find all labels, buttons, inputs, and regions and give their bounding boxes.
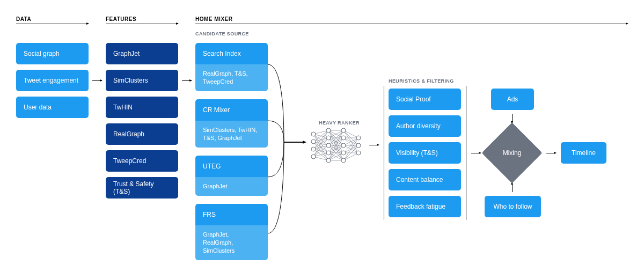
label: RealGraph xyxy=(113,130,144,138)
sub-header-heuristics: HEURISTICS & FILTERING xyxy=(389,78,454,84)
heuristic-content-balance: Content balance xyxy=(389,169,461,190)
svg-point-64 xyxy=(311,155,316,159)
label: Timeline xyxy=(572,149,596,157)
label: CR Mixer xyxy=(203,106,230,114)
feature-box-tns: Trust & Safety (T&S) xyxy=(106,177,178,199)
feature-box-graphjet: GraphJet xyxy=(106,43,178,64)
arrow-ads-to-mixing xyxy=(512,114,513,123)
arrow-mixing-to-timeline xyxy=(546,153,556,153)
svg-point-75 xyxy=(356,136,361,140)
candidate-frs: FRS xyxy=(195,204,268,225)
label: TwHIN xyxy=(113,104,133,111)
svg-point-68 xyxy=(326,151,331,155)
arrow-wtf-to-mixing xyxy=(512,182,513,192)
header-arrow-home-mixer xyxy=(195,24,628,24)
data-box-social-graph: Social graph xyxy=(16,43,89,64)
svg-point-77 xyxy=(356,151,361,155)
label: Author diversity xyxy=(396,122,441,130)
label: Mixing xyxy=(491,131,533,174)
feature-box-tweepcred: TweepCred xyxy=(106,150,178,172)
heuristics-bracket-left xyxy=(384,86,384,220)
svg-point-69 xyxy=(326,158,331,163)
svg-line-60 xyxy=(343,153,358,160)
mixing-input-ads: Ads xyxy=(491,89,534,110)
heuristic-author-diversity: Author diversity xyxy=(389,115,461,137)
svg-point-74 xyxy=(341,158,346,163)
svg-point-65 xyxy=(326,128,331,133)
section-header-data: DATA xyxy=(16,16,31,22)
feature-box-simclusters: SimClusters xyxy=(106,70,178,91)
heuristic-visibility: Visibility (T&S) xyxy=(389,142,461,164)
svg-point-61 xyxy=(311,132,316,136)
feature-box-twhin: TwHIN xyxy=(106,97,178,118)
arrow-features-to-candidates xyxy=(182,80,192,81)
label: Tweet engagement xyxy=(24,77,78,84)
output-timeline: Timeline xyxy=(561,142,606,164)
arrow-ranker-to-heuristics xyxy=(369,145,379,145)
label: TweepCred xyxy=(113,157,146,165)
section-header-features: FEATURES xyxy=(106,16,136,22)
candidate-frs-sub: GraphJet, RealGraph, SimClusters xyxy=(195,225,268,260)
svg-point-71 xyxy=(341,136,346,140)
label: Content balance xyxy=(396,176,443,183)
label: UTEG xyxy=(203,163,221,170)
label: User data xyxy=(24,104,52,111)
label: SimClusters xyxy=(113,77,148,84)
svg-point-70 xyxy=(341,128,346,133)
mixing-input-who-to-follow: Who to follow xyxy=(485,196,541,217)
label: Search Index xyxy=(203,50,241,57)
label: Ads xyxy=(507,95,518,103)
svg-point-63 xyxy=(311,147,316,151)
heuristic-feedback-fatigue: Feedback fatigue xyxy=(389,196,461,217)
label: FRS xyxy=(203,211,216,218)
svg-marker-0 xyxy=(303,141,306,144)
arrow-heuristics-to-mixing xyxy=(471,153,481,153)
connector-candidates-to-ranker xyxy=(268,38,311,252)
label: Social graph xyxy=(24,50,60,57)
label: GraphJet xyxy=(113,50,140,57)
header-arrow-data xyxy=(16,24,89,24)
arrow-data-to-features xyxy=(92,80,102,81)
sub-header-candidate-source: CANDIDATE SOURCE xyxy=(195,31,249,36)
svg-line-58 xyxy=(343,138,358,160)
data-box-user-data: User data xyxy=(16,97,89,118)
svg-point-73 xyxy=(341,151,346,155)
data-box-tweet-engagement: Tweet engagement xyxy=(16,70,89,91)
label: Who to follow xyxy=(493,203,532,210)
heuristic-social-proof: Social Proof xyxy=(389,89,461,110)
label: Visibility (T&S) xyxy=(396,149,438,157)
candidate-uteg: UTEG xyxy=(195,156,268,177)
feature-box-realgraph: RealGraph xyxy=(106,123,178,145)
label: Feedback fatigue xyxy=(396,203,445,210)
candidate-cr-mixer-sub: SimClusters, TwHIN, T&S, GraphJet xyxy=(195,121,268,148)
svg-point-67 xyxy=(326,143,331,148)
candidate-uteg-sub: GraphJet xyxy=(195,177,268,196)
candidate-search-index-sub: RealGraph, T&S, TweepCred xyxy=(195,64,268,91)
label: Social Proof xyxy=(396,95,431,103)
label: Trust & Safety (T&S) xyxy=(113,180,171,195)
section-header-home-mixer: HOME MIXER xyxy=(195,16,232,22)
heuristics-bracket-right xyxy=(466,86,466,220)
candidate-cr-mixer: CR Mixer xyxy=(195,99,268,121)
candidate-search-index: Search Index xyxy=(195,43,268,64)
sub-header-heavy-ranker: HEAVY RANKER xyxy=(319,120,360,126)
mixing-node: Mixing xyxy=(481,122,542,183)
neural-net-icon xyxy=(310,127,365,164)
header-arrow-features xyxy=(106,24,178,24)
svg-point-66 xyxy=(326,136,331,140)
svg-line-46 xyxy=(343,130,358,138)
svg-point-72 xyxy=(341,143,346,148)
svg-point-76 xyxy=(356,143,361,148)
svg-point-62 xyxy=(311,139,316,144)
